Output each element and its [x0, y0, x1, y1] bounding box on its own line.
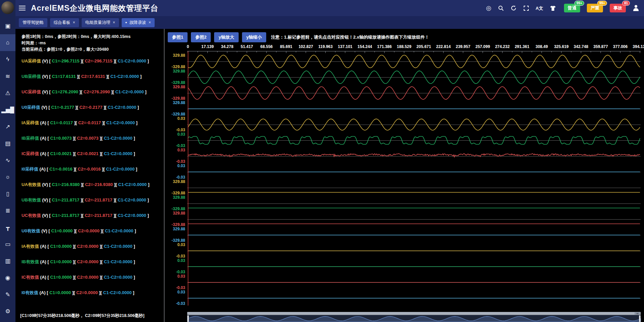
bracket: ][	[72, 259, 77, 264]
sidebar-item-system-settings[interactable]: ⚙	[0, 303, 15, 320]
datazoom-handle-right[interactable]	[639, 315, 641, 322]
bracket: ][	[98, 136, 104, 141]
channel-c2-value: C2=0.0000	[77, 244, 98, 249]
tab-4[interactable]: ●故障录波×	[122, 18, 155, 27]
channel-row: U0采样值 (V) [ C1=-0.2177 ][ C2=-0.2177 ][ …	[22, 104, 164, 110]
user-icon[interactable]	[633, 5, 639, 11]
channel-c1-value: C1=-0.2177	[51, 105, 74, 110]
bracket: ][	[98, 290, 103, 295]
guide-icon[interactable]: ◎	[486, 5, 491, 11]
search-icon[interactable]	[498, 5, 504, 11]
sample-point-line: 当前采样点：参照1=0，参照2=0，最大=20480	[22, 46, 164, 53]
avatar[interactable]	[1, 1, 14, 14]
x-tick-label: 0	[187, 44, 189, 49]
y-axis-max-label: 0.03	[177, 148, 185, 152]
y-axis-max-label: 0.03	[177, 132, 185, 137]
sidebar-item-server-list[interactable]: ≣	[0, 202, 15, 219]
tab-close-icon[interactable]: ×	[73, 20, 75, 25]
channel-c1-value: C1=0.0000	[50, 244, 72, 249]
y-axis-max-label: 329.88	[173, 53, 185, 58]
sidebar-item-archive[interactable]: ▥	[0, 252, 15, 269]
tab-1[interactable]: 管理驾驶舱	[19, 18, 47, 27]
bracket: ]	[132, 244, 135, 249]
channel-row: UA有效值 (V) [ C1=-216.9380 ][ C2=-216.9380…	[22, 182, 164, 188]
datazoom-handle-left[interactable]	[187, 315, 189, 322]
channel-c2-value: C2=-0.2177	[79, 105, 102, 110]
channel-c2-value: C2=0.0000	[77, 259, 98, 264]
tab-label: 故障录波	[129, 20, 146, 26]
sidebar-item-lighting[interactable]: ☼	[0, 169, 15, 185]
sidebar-item-meter-card[interactable]: ▭	[0, 236, 15, 252]
sidebar-item-edit[interactable]: ✎	[0, 286, 15, 303]
x-tick-label: 342.748	[574, 44, 588, 49]
report-curve-icon: ∿	[5, 157, 10, 164]
alarm-button-2[interactable]: 严重99+	[587, 4, 603, 12]
menu-toggle-icon[interactable]	[19, 4, 26, 12]
x-tick-label: 137.101	[338, 44, 352, 49]
channel-c1-value: C1=-216.9380	[52, 182, 80, 187]
sidebar-item-power-monitor[interactable]: ϟ	[0, 51, 15, 68]
tab-3[interactable]: 电能质量治理×	[82, 18, 119, 27]
tab-label: 管理驾驶舱	[23, 20, 44, 26]
channel-unit: (A) [	[39, 275, 50, 280]
translate-icon[interactable]: A文	[536, 6, 543, 10]
channel-name: UA有效值	[22, 182, 41, 187]
toolbar-button-2[interactable]: 参照2	[191, 32, 211, 42]
channel-name: IA采样值	[22, 120, 39, 125]
bracket: ]	[147, 182, 150, 187]
channel-row: UC采样值 (V) [ C1=276.2090 ][ C2=276.2090 ]…	[22, 89, 164, 95]
sidebar-item-pipeline[interactable]: ┳	[0, 219, 15, 236]
tab-2[interactable]: 综合看板×	[50, 18, 79, 27]
tab-close-icon[interactable]: ×	[113, 20, 115, 25]
left-rail: ▣⌂ϟ≋⚠▂▅█↗▤∿☼▯≣┳▭▥◉✎⚙	[0, 0, 15, 322]
x-tick-label: 102.827	[298, 44, 313, 49]
x-tick-label: 51.417	[241, 44, 253, 49]
lighting-icon: ☼	[5, 174, 10, 180]
trend-analysis-icon: ↗	[5, 123, 10, 130]
bracket: ][	[72, 151, 77, 156]
sidebar-item-billing[interactable]: ▤	[0, 135, 15, 152]
sidebar-item-screen-config[interactable]: ▣	[0, 17, 15, 34]
alarm-button-1[interactable]: 普通99+	[564, 4, 580, 12]
scrollbar-grip[interactable]	[635, 312, 640, 315]
refresh-icon[interactable]	[511, 5, 517, 11]
sidebar-item-hydrology[interactable]: ≋	[0, 68, 15, 85]
bracket: ][	[78, 89, 84, 94]
bracket: ]	[132, 151, 135, 156]
toolbar-button-4[interactable]: y轴缩小	[242, 32, 266, 42]
alarm-button-3[interactable]: 事故81	[610, 4, 626, 12]
sidebar-item-trend-analysis[interactable]: ↗	[0, 118, 15, 135]
x-tick-label: 34.278	[221, 44, 234, 49]
channel-name: I0有效值	[22, 290, 38, 295]
sidebar-item-report-curve[interactable]: ∿	[0, 152, 15, 169]
toolbar-button-1[interactable]: 参照1	[168, 32, 188, 42]
horizontal-scrollbar[interactable]	[187, 312, 641, 315]
channel-c1-value: C1=0.0000	[51, 228, 73, 233]
sidebar-item-alarm-center[interactable]: ⚠	[0, 85, 15, 101]
datazoom-slider[interactable]	[187, 315, 641, 322]
channel-diff-value: C1-C2=0.0000	[106, 167, 134, 172]
tab-close-icon[interactable]: ×	[149, 20, 151, 25]
channel-unit: (V) [	[41, 182, 52, 187]
bracket: ]	[132, 290, 134, 295]
reference-time-line: 参照1时间：0ms，参照2时间：0ms，最大时间:400.15ms	[22, 34, 164, 40]
channel-c1-value: C1=0.0073	[50, 136, 72, 141]
sidebar-item-charging-pile[interactable]: ▯	[0, 185, 15, 202]
channel-unit: (A) [	[38, 290, 49, 295]
bracket: ][	[73, 228, 78, 233]
toolbar-button-3[interactable]: y轴放大	[214, 32, 238, 42]
channel-row: UB采样值 (V) [ C1=17.6131 ][ C2=17.6131 ][ …	[22, 74, 164, 80]
bracket: ]	[134, 167, 137, 172]
sidebar-item-energy-home[interactable]: ⌂	[0, 34, 15, 51]
sidebar-item-alarm-light[interactable]: ◉	[0, 269, 15, 286]
x-tick-label: 377.006	[613, 44, 628, 49]
waveform-panel: 参照1参照2y轴放大y轴缩小注意：1.标记参照前，请先点击对应按钮！2.x轴的缩…	[164, 29, 644, 322]
app-root: ▣⌂ϟ≋⚠▂▅█↗▤∿☼▯≣┳▭▥◉✎⚙ AcrelEMS企业微电网能效管理平台…	[0, 0, 644, 322]
sidebar-item-statistics[interactable]: ▂▅█	[0, 101, 15, 118]
y-axis-max-label: 329.88	[173, 85, 185, 89]
theme-icon[interactable]	[550, 5, 556, 11]
fullscreen-icon[interactable]	[523, 5, 529, 11]
bracket: ][	[73, 120, 78, 125]
bracket: ][	[101, 167, 106, 172]
server-list-icon: ≣	[5, 207, 10, 214]
